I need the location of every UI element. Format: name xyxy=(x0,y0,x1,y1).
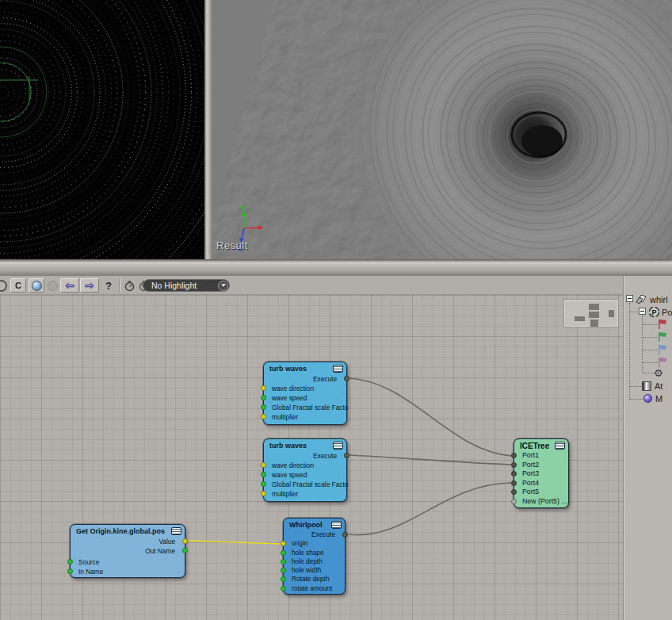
node-icetree[interactable]: ICETree Port1 Port2 Port3 Port4 Port5 Ne… xyxy=(514,438,569,508)
node-title: turb waves xyxy=(264,362,346,374)
tree-line xyxy=(643,350,657,350)
timer-button[interactable] xyxy=(122,278,136,293)
highlight-mode-dropdown[interactable]: No Highlight xyxy=(143,279,230,292)
material-icon[interactable] xyxy=(643,394,652,403)
back-arrow-icon: ⇦ xyxy=(65,280,74,291)
port-row: Out Name xyxy=(71,546,185,556)
operator-icon[interactable]: P xyxy=(648,306,660,318)
tree-line xyxy=(643,337,657,338)
execute-port-dot[interactable] xyxy=(342,532,348,538)
node-menu-icon[interactable] xyxy=(333,442,343,450)
port-row: In Name xyxy=(71,567,185,576)
input-port-dot[interactable] xyxy=(511,480,517,486)
svg-text:P: P xyxy=(652,308,657,316)
tree-line xyxy=(630,312,638,312)
view-mode-label: Result xyxy=(216,239,248,251)
input-port-dot[interactable] xyxy=(281,559,286,565)
port-row: Port5 xyxy=(514,488,568,497)
input-port-dot[interactable] xyxy=(511,462,517,468)
node-title: Get Origin.kine.global.pos xyxy=(71,525,185,537)
explorer-item-operator[interactable]: Po xyxy=(662,308,672,317)
flag-mauve-icon[interactable] xyxy=(657,357,668,368)
help-label: ? xyxy=(105,280,112,292)
expander-operator[interactable] xyxy=(639,308,646,315)
port-row: Rotate depth xyxy=(284,575,345,584)
gear-icon[interactable]: ⚙ xyxy=(654,368,663,378)
explorer-panel: whirl P Po ⚙ At M xyxy=(623,276,672,620)
input-port-dot[interactable] xyxy=(511,453,517,458)
node-menu-icon[interactable] xyxy=(333,365,343,373)
frame-button[interactable]: C xyxy=(10,278,26,293)
input-port-dot[interactable] xyxy=(261,395,266,400)
port-row: Global Fractal scale Facto xyxy=(264,480,346,489)
flag-blue-icon[interactable] xyxy=(657,344,668,355)
explorer-item-material[interactable]: M xyxy=(655,394,662,404)
node-menu-icon[interactable] xyxy=(171,527,181,535)
flag-green-icon[interactable] xyxy=(657,331,668,343)
attributes-icon[interactable] xyxy=(642,381,651,391)
toolbar-separator xyxy=(119,278,120,293)
node-graph-canvas[interactable]: turb waves Execute wave direction wave s… xyxy=(0,295,623,620)
graph-minimap[interactable] xyxy=(563,299,619,327)
explorer-item-root[interactable]: whirl xyxy=(650,295,668,304)
input-port-dot[interactable] xyxy=(261,481,266,487)
disabled-circle-icon xyxy=(48,281,58,291)
zoom-tool-icon[interactable] xyxy=(0,278,8,293)
node-get-origin[interactable]: Get Origin.kine.global.pos Value Out Nam… xyxy=(70,524,185,578)
input-port-dot[interactable] xyxy=(67,559,73,565)
input-port-dot[interactable] xyxy=(281,586,286,591)
input-port-dot[interactable] xyxy=(281,568,286,573)
mesh-object-icon[interactable] xyxy=(636,293,648,305)
nav-back-button[interactable]: ⇦ xyxy=(60,278,79,293)
flag-red-icon[interactable] xyxy=(657,319,668,330)
port-row: wave speed xyxy=(264,393,346,403)
input-port-dot[interactable] xyxy=(511,471,517,476)
horizontal-splitter[interactable] xyxy=(0,259,672,276)
wire-turb1-to-port1[interactable] xyxy=(349,378,511,456)
expander-root[interactable] xyxy=(626,295,633,302)
input-port-dot[interactable] xyxy=(261,462,266,468)
explorer-item-attributes[interactable]: At xyxy=(655,381,662,391)
port-row: Port2 xyxy=(514,461,568,470)
node-menu-icon[interactable] xyxy=(331,521,342,529)
viewport-wireframe[interactable] xyxy=(0,0,204,259)
input-port-dot[interactable] xyxy=(261,404,266,410)
nav-forward-button[interactable]: ⇨ xyxy=(80,278,99,293)
port-row: hole width xyxy=(284,566,345,575)
browse-button[interactable] xyxy=(29,278,44,293)
help-button[interactable]: ? xyxy=(101,278,116,293)
port-execute: Execute xyxy=(264,374,346,384)
output-port-dot[interactable] xyxy=(182,538,188,544)
whirlpool-render xyxy=(212,0,672,259)
new-port-dot[interactable] xyxy=(511,499,517,504)
input-port-dot[interactable] xyxy=(281,550,286,556)
input-port-dot[interactable] xyxy=(261,414,266,419)
input-port-dot[interactable] xyxy=(261,491,266,496)
tree-line xyxy=(643,373,654,373)
minimap-node xyxy=(609,310,614,317)
port-row: multiplier xyxy=(264,489,346,499)
node-turb-waves-2[interactable]: turb waves Execute wave direction wave s… xyxy=(263,438,347,502)
port-row: wave speed xyxy=(264,470,346,480)
input-port-dot[interactable] xyxy=(261,385,266,391)
viewport-shaded[interactable]: Y Z Result xyxy=(212,0,672,259)
input-port-dot[interactable] xyxy=(261,472,266,477)
execute-port-dot[interactable] xyxy=(344,453,349,458)
selection-outline xyxy=(0,0,204,259)
node-menu-icon[interactable] xyxy=(555,442,565,450)
globe-icon xyxy=(32,281,42,291)
input-port-dot[interactable] xyxy=(511,489,517,495)
node-whirlpool[interactable]: Whirlpool Execute origin hole shape hole… xyxy=(283,518,346,595)
input-port-dot[interactable] xyxy=(281,576,286,582)
wire-whirlpool-to-port4[interactable] xyxy=(349,483,511,535)
input-port-dot[interactable] xyxy=(281,541,286,546)
wire-turb2-to-port2[interactable] xyxy=(349,455,511,465)
execute-port-dot[interactable] xyxy=(344,376,349,381)
tree-line xyxy=(643,362,657,363)
wire-value-to-origin[interactable] xyxy=(188,541,282,544)
node-turb-waves-1[interactable]: turb waves Execute wave direction wave s… xyxy=(263,362,347,425)
input-port-dot[interactable] xyxy=(67,568,73,574)
output-port-dot[interactable] xyxy=(182,548,188,553)
viewport-splitter-vertical[interactable] xyxy=(204,0,212,259)
dropdown-arrow-button[interactable] xyxy=(218,281,228,291)
